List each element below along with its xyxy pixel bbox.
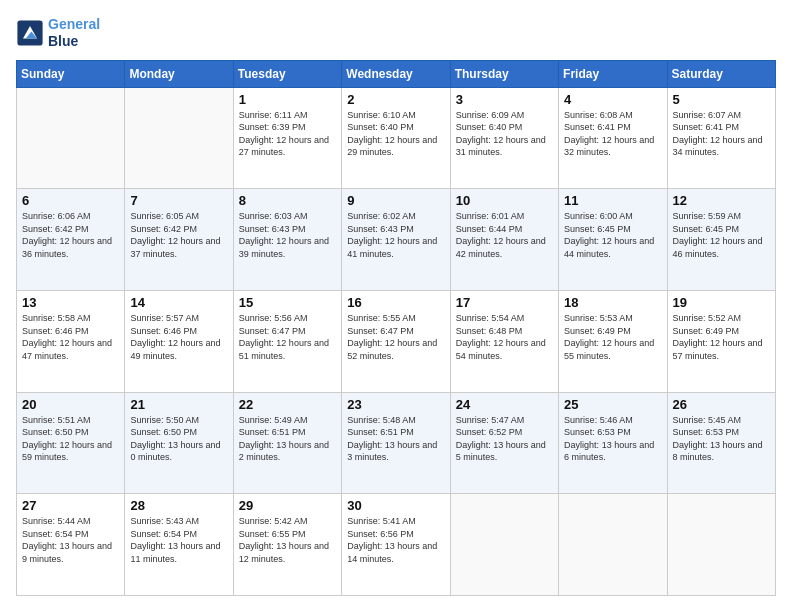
day-info: Sunrise: 5:50 AM Sunset: 6:50 PM Dayligh…	[130, 414, 227, 464]
day-info: Sunrise: 5:45 AM Sunset: 6:53 PM Dayligh…	[673, 414, 770, 464]
day-info: Sunrise: 6:10 AM Sunset: 6:40 PM Dayligh…	[347, 109, 444, 159]
calendar-cell-2-5: 10Sunrise: 6:01 AM Sunset: 6:44 PM Dayli…	[450, 189, 558, 291]
calendar-cell-2-2: 7Sunrise: 6:05 AM Sunset: 6:42 PM Daylig…	[125, 189, 233, 291]
calendar-weekday-saturday: Saturday	[667, 60, 775, 87]
calendar-cell-2-1: 6Sunrise: 6:06 AM Sunset: 6:42 PM Daylig…	[17, 189, 125, 291]
page: General Blue SundayMondayTuesdayWednesda…	[0, 0, 792, 612]
logo: General Blue	[16, 16, 100, 50]
header: General Blue	[16, 16, 776, 50]
day-info: Sunrise: 6:01 AM Sunset: 6:44 PM Dayligh…	[456, 210, 553, 260]
calendar-week-3: 13Sunrise: 5:58 AM Sunset: 6:46 PM Dayli…	[17, 290, 776, 392]
day-number: 5	[673, 92, 770, 107]
calendar-cell-5-4: 30Sunrise: 5:41 AM Sunset: 6:56 PM Dayli…	[342, 494, 450, 596]
day-info: Sunrise: 5:46 AM Sunset: 6:53 PM Dayligh…	[564, 414, 661, 464]
calendar-weekday-thursday: Thursday	[450, 60, 558, 87]
day-info: Sunrise: 5:43 AM Sunset: 6:54 PM Dayligh…	[130, 515, 227, 565]
day-number: 24	[456, 397, 553, 412]
day-number: 29	[239, 498, 336, 513]
day-info: Sunrise: 6:08 AM Sunset: 6:41 PM Dayligh…	[564, 109, 661, 159]
day-number: 7	[130, 193, 227, 208]
calendar-cell-3-2: 14Sunrise: 5:57 AM Sunset: 6:46 PM Dayli…	[125, 290, 233, 392]
day-info: Sunrise: 6:02 AM Sunset: 6:43 PM Dayligh…	[347, 210, 444, 260]
day-info: Sunrise: 5:59 AM Sunset: 6:45 PM Dayligh…	[673, 210, 770, 260]
day-number: 1	[239, 92, 336, 107]
day-number: 13	[22, 295, 119, 310]
day-info: Sunrise: 6:05 AM Sunset: 6:42 PM Dayligh…	[130, 210, 227, 260]
calendar-cell-1-5: 3Sunrise: 6:09 AM Sunset: 6:40 PM Daylig…	[450, 87, 558, 189]
day-info: Sunrise: 5:49 AM Sunset: 6:51 PM Dayligh…	[239, 414, 336, 464]
calendar-header-row: SundayMondayTuesdayWednesdayThursdayFrid…	[17, 60, 776, 87]
calendar-cell-3-3: 15Sunrise: 5:56 AM Sunset: 6:47 PM Dayli…	[233, 290, 341, 392]
day-info: Sunrise: 5:42 AM Sunset: 6:55 PM Dayligh…	[239, 515, 336, 565]
day-info: Sunrise: 5:55 AM Sunset: 6:47 PM Dayligh…	[347, 312, 444, 362]
day-info: Sunrise: 5:47 AM Sunset: 6:52 PM Dayligh…	[456, 414, 553, 464]
day-number: 4	[564, 92, 661, 107]
calendar-cell-5-3: 29Sunrise: 5:42 AM Sunset: 6:55 PM Dayli…	[233, 494, 341, 596]
day-number: 25	[564, 397, 661, 412]
day-number: 17	[456, 295, 553, 310]
day-info: Sunrise: 6:03 AM Sunset: 6:43 PM Dayligh…	[239, 210, 336, 260]
day-info: Sunrise: 5:58 AM Sunset: 6:46 PM Dayligh…	[22, 312, 119, 362]
day-info: Sunrise: 5:51 AM Sunset: 6:50 PM Dayligh…	[22, 414, 119, 464]
day-number: 27	[22, 498, 119, 513]
day-number: 18	[564, 295, 661, 310]
day-number: 20	[22, 397, 119, 412]
calendar-cell-3-7: 19Sunrise: 5:52 AM Sunset: 6:49 PM Dayli…	[667, 290, 775, 392]
calendar-cell-4-4: 23Sunrise: 5:48 AM Sunset: 6:51 PM Dayli…	[342, 392, 450, 494]
calendar-cell-2-7: 12Sunrise: 5:59 AM Sunset: 6:45 PM Dayli…	[667, 189, 775, 291]
calendar-cell-4-5: 24Sunrise: 5:47 AM Sunset: 6:52 PM Dayli…	[450, 392, 558, 494]
day-number: 22	[239, 397, 336, 412]
calendar-weekday-sunday: Sunday	[17, 60, 125, 87]
day-info: Sunrise: 6:09 AM Sunset: 6:40 PM Dayligh…	[456, 109, 553, 159]
calendar-week-5: 27Sunrise: 5:44 AM Sunset: 6:54 PM Dayli…	[17, 494, 776, 596]
calendar-week-1: 1Sunrise: 6:11 AM Sunset: 6:39 PM Daylig…	[17, 87, 776, 189]
calendar-cell-3-4: 16Sunrise: 5:55 AM Sunset: 6:47 PM Dayli…	[342, 290, 450, 392]
day-info: Sunrise: 5:48 AM Sunset: 6:51 PM Dayligh…	[347, 414, 444, 464]
calendar-weekday-tuesday: Tuesday	[233, 60, 341, 87]
logo-icon	[16, 19, 44, 47]
calendar-cell-4-7: 26Sunrise: 5:45 AM Sunset: 6:53 PM Dayli…	[667, 392, 775, 494]
day-number: 15	[239, 295, 336, 310]
calendar-week-4: 20Sunrise: 5:51 AM Sunset: 6:50 PM Dayli…	[17, 392, 776, 494]
day-info: Sunrise: 5:41 AM Sunset: 6:56 PM Dayligh…	[347, 515, 444, 565]
calendar-cell-5-1: 27Sunrise: 5:44 AM Sunset: 6:54 PM Dayli…	[17, 494, 125, 596]
day-number: 11	[564, 193, 661, 208]
calendar-cell-1-6: 4Sunrise: 6:08 AM Sunset: 6:41 PM Daylig…	[559, 87, 667, 189]
day-info: Sunrise: 5:57 AM Sunset: 6:46 PM Dayligh…	[130, 312, 227, 362]
calendar-cell-3-1: 13Sunrise: 5:58 AM Sunset: 6:46 PM Dayli…	[17, 290, 125, 392]
calendar-cell-5-5	[450, 494, 558, 596]
calendar-cell-2-6: 11Sunrise: 6:00 AM Sunset: 6:45 PM Dayli…	[559, 189, 667, 291]
day-number: 23	[347, 397, 444, 412]
calendar-cell-5-2: 28Sunrise: 5:43 AM Sunset: 6:54 PM Dayli…	[125, 494, 233, 596]
calendar-table: SundayMondayTuesdayWednesdayThursdayFrid…	[16, 60, 776, 596]
day-info: Sunrise: 6:11 AM Sunset: 6:39 PM Dayligh…	[239, 109, 336, 159]
calendar-cell-1-1	[17, 87, 125, 189]
calendar-week-2: 6Sunrise: 6:06 AM Sunset: 6:42 PM Daylig…	[17, 189, 776, 291]
day-number: 8	[239, 193, 336, 208]
calendar-cell-4-2: 21Sunrise: 5:50 AM Sunset: 6:50 PM Dayli…	[125, 392, 233, 494]
calendar-cell-3-5: 17Sunrise: 5:54 AM Sunset: 6:48 PM Dayli…	[450, 290, 558, 392]
day-info: Sunrise: 5:53 AM Sunset: 6:49 PM Dayligh…	[564, 312, 661, 362]
calendar-cell-1-2	[125, 87, 233, 189]
calendar-cell-5-6	[559, 494, 667, 596]
logo-text: General Blue	[48, 16, 100, 50]
day-info: Sunrise: 5:54 AM Sunset: 6:48 PM Dayligh…	[456, 312, 553, 362]
day-number: 9	[347, 193, 444, 208]
day-info: Sunrise: 5:44 AM Sunset: 6:54 PM Dayligh…	[22, 515, 119, 565]
day-number: 10	[456, 193, 553, 208]
day-number: 16	[347, 295, 444, 310]
day-info: Sunrise: 6:07 AM Sunset: 6:41 PM Dayligh…	[673, 109, 770, 159]
calendar-weekday-monday: Monday	[125, 60, 233, 87]
calendar-cell-1-7: 5Sunrise: 6:07 AM Sunset: 6:41 PM Daylig…	[667, 87, 775, 189]
day-number: 30	[347, 498, 444, 513]
day-number: 12	[673, 193, 770, 208]
calendar-cell-3-6: 18Sunrise: 5:53 AM Sunset: 6:49 PM Dayli…	[559, 290, 667, 392]
day-number: 14	[130, 295, 227, 310]
calendar-cell-1-4: 2Sunrise: 6:10 AM Sunset: 6:40 PM Daylig…	[342, 87, 450, 189]
day-info: Sunrise: 6:00 AM Sunset: 6:45 PM Dayligh…	[564, 210, 661, 260]
day-number: 19	[673, 295, 770, 310]
day-number: 28	[130, 498, 227, 513]
calendar-cell-2-3: 8Sunrise: 6:03 AM Sunset: 6:43 PM Daylig…	[233, 189, 341, 291]
day-info: Sunrise: 5:52 AM Sunset: 6:49 PM Dayligh…	[673, 312, 770, 362]
calendar-weekday-friday: Friday	[559, 60, 667, 87]
